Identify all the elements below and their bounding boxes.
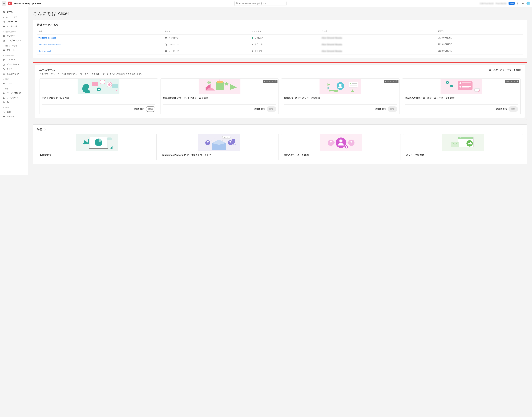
svg-point-27 — [3, 111, 4, 112]
card-title: テストプロファイルを作成 — [42, 96, 155, 103]
svg-rect-49 — [350, 85, 357, 85]
svg-point-24 — [4, 93, 5, 93]
sidebar-group-header[interactable]: ジャーニー管理 — [0, 14, 28, 19]
recent-name-link[interactable]: Welcome message — [39, 37, 56, 39]
learning-card[interactable]: 最初のジャーニーを作成 — [281, 134, 401, 160]
sidebar-group-header[interactable]: 顧客 — [0, 86, 28, 91]
learning-card[interactable]: Experience Platform にデータをストリーミング — [159, 134, 279, 160]
card-title: 最初のジャーニーを作成 — [284, 154, 398, 157]
modified-date: 2022年5月24日 — [437, 48, 523, 54]
sidebar-group-label: データ管理 — [5, 54, 14, 57]
card-illustration — [281, 134, 401, 151]
detail-button[interactable]: 詳細を表示 — [133, 107, 144, 111]
audience-icon — [2, 92, 5, 94]
svg-point-5 — [518, 3, 518, 3]
sidebar-group-header[interactable]: コンテンツ管理 — [0, 43, 28, 48]
detail-button[interactable]: 詳細を表示 — [496, 107, 507, 111]
sidebar-group-header[interactable]: 意思決定管理 — [0, 29, 28, 34]
svg-point-83 — [328, 140, 334, 146]
svg-rect-63 — [45, 129, 45, 130]
card-title: 読み込んだ顧客リストにメールメッセージを送信 — [405, 96, 518, 103]
search-input[interactable] — [239, 2, 285, 5]
monitor-icon — [2, 73, 5, 75]
avatar[interactable] — [526, 1, 530, 5]
start-button[interactable]: 開始 — [146, 106, 155, 112]
svg-point-20 — [3, 68, 4, 69]
sidebar-item[interactable]: オファー — [0, 34, 28, 38]
svg-point-9 — [519, 4, 519, 4]
card-illustration — [403, 134, 523, 151]
sidebar-group-header[interactable]: 管理 — [0, 104, 28, 109]
recent-title: 最近アクセス済み — [37, 23, 523, 27]
sidebar-item[interactable]: 設定 — [0, 109, 28, 114]
chevron-down-icon — [2, 107, 4, 108]
table-row: Welcome messageメッセージ公開済みAlice Simonet Nk… — [37, 35, 523, 41]
sidebar-item[interactable]: ソース — [0, 81, 28, 86]
sidebar-item[interactable]: ID — [0, 100, 28, 104]
sidebar-item[interactable]: アセット — [0, 48, 28, 52]
org-label-2: Prod (NLD2) — [496, 2, 506, 5]
svg-point-11 — [4, 22, 5, 23]
sidebar-item[interactable]: プロファイル — [0, 95, 28, 100]
svg-rect-40 — [217, 81, 222, 83]
card-illustration: 近日リリース予定 — [161, 79, 279, 94]
col-creator: 作成者 — [320, 28, 437, 35]
search-icon — [236, 2, 238, 5]
chevron-down-icon — [2, 78, 4, 80]
sidebar-group-label: 接続 — [5, 78, 9, 80]
main-content: こんにちは Alice! 最近アクセス済み 名前 タイプ ステータス 作成者 変… — [28, 7, 532, 175]
sidebar-item-label: ホーム — [7, 10, 13, 13]
recent-name-link[interactable]: Welcome new members — [39, 43, 61, 46]
sidebar-item[interactable]: メッセージ — [0, 24, 28, 29]
svg-point-1 — [517, 2, 517, 3]
sidebar-item[interactable]: クエリ — [0, 67, 28, 72]
card-title: 新規顧客にオンボーディング用メールを送信 — [163, 96, 276, 103]
sidebar-item[interactable]: ジャーニー — [0, 19, 28, 24]
sidebar-item[interactable]: チャネル — [0, 114, 28, 119]
learning-card[interactable]: メッセージを作成 — [403, 134, 523, 160]
search-box[interactable] — [234, 1, 287, 6]
sidebar-item-label: プロファイル — [7, 96, 19, 99]
svg-point-35 — [108, 83, 110, 86]
svg-point-94 — [469, 144, 470, 145]
card-illustration — [37, 134, 156, 151]
usecases-library-link[interactable]: ユースケースライブラリを表示 — [489, 68, 521, 72]
svg-rect-32 — [92, 82, 98, 86]
sidebar-group-label: コンテンツ管理 — [5, 45, 17, 47]
detail-button[interactable]: 詳細を表示 — [375, 107, 386, 111]
env-badge: Prod — [509, 2, 515, 5]
svg-rect-18 — [3, 60, 4, 61]
apps-icon[interactable] — [517, 2, 520, 5]
sidebar-item-label: コンポーネント — [7, 39, 21, 42]
chevron-down-icon — [2, 45, 4, 47]
detail-button[interactable]: 詳細を表示 — [254, 107, 265, 111]
table-row: Back on stockメッセージドラフトAlice Simonet Nkou… — [37, 48, 523, 54]
usecases-panel: ユースケース ユースケースライブラリを表示 カスタマージャーニーを作成するには、… — [35, 64, 525, 118]
sidebar-item[interactable]: モニタリング — [0, 72, 28, 76]
sidebar-item[interactable]: データセット — [0, 62, 28, 67]
sidebar-group-header[interactable]: 接続 — [0, 76, 28, 81]
svg-point-81 — [336, 137, 346, 148]
recent-name-link[interactable]: Back on stock — [39, 50, 51, 52]
sidebar-item[interactable]: コンポーネント — [0, 38, 28, 43]
profile-icon — [2, 96, 5, 99]
svg-point-62 — [45, 129, 45, 129]
app-title: Adobe Journey Optimizer — [14, 2, 41, 5]
svg-point-28 — [4, 112, 5, 113]
sidebar-item[interactable]: スキーマ — [0, 57, 28, 62]
svg-rect-58 — [462, 86, 471, 87]
sidebar-group-header[interactable]: データ管理 — [0, 52, 28, 57]
info-icon[interactable] — [44, 128, 46, 131]
sidebar-item-label: チャネル — [7, 115, 15, 118]
sidebar-item[interactable]: オーディエンス — [0, 91, 28, 95]
bell-icon[interactable] — [522, 2, 524, 5]
component-icon — [2, 39, 5, 42]
sidebar-item-home[interactable]: ホーム — [0, 9, 28, 14]
col-name: 名前 — [37, 28, 163, 35]
learning-panel: 学習 基本を学ぶExperience Platform にデータをストリーミング… — [33, 125, 527, 164]
dataset-icon — [2, 63, 5, 66]
sidebar-item-label: ジャーニー — [7, 20, 17, 23]
hamburger-menu[interactable] — [2, 1, 6, 6]
learning-card[interactable]: 基本を学ぶ — [37, 134, 157, 160]
home-icon — [2, 10, 5, 13]
